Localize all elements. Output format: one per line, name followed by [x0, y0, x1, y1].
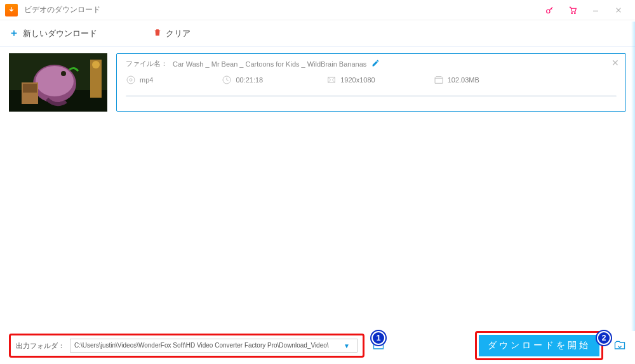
duration-meta: 00:21:18 — [222, 75, 263, 85]
footer-bar: 出力フォルダ： C:\Users\justin\Videos\WonderFox… — [0, 331, 635, 364]
key-icon[interactable] — [538, 0, 561, 20]
svg-point-2 — [574, 12, 575, 13]
output-folder-group: 出力フォルダ： C:\Users\justin\Videos\WonderFox… — [9, 334, 364, 358]
progress-bar — [126, 95, 617, 97]
plus-icon: ＋ — [9, 27, 19, 40]
download-item: ✕ ファイル名： Car Wash _ Mr Bean _ Cartoons f… — [0, 47, 635, 112]
cart-icon[interactable] — [561, 0, 584, 20]
edit-filename-icon[interactable] — [371, 59, 380, 68]
format-meta: mp4 — [126, 75, 153, 85]
svg-point-8 — [61, 71, 66, 76]
new-download-label: 新しいダウンロード — [23, 28, 97, 39]
new-download-button[interactable]: ＋ 新しいダウンロード — [9, 27, 97, 40]
title-bar: ビデオのダウンロード — [0, 0, 635, 20]
filename-value: Car Wash _ Mr Bean _ Cartoons for Kids _… — [173, 60, 366, 68]
output-folder-path[interactable]: C:\Users\justin\Videos\WonderFox Soft\HD… — [70, 339, 358, 353]
filename-label: ファイル名： — [126, 59, 168, 68]
open-output-icon[interactable] — [613, 339, 626, 352]
annotation-badge-2: 2 — [597, 331, 611, 345]
download-card: ✕ ファイル名： Car Wash _ Mr Bean _ Cartoons f… — [116, 53, 626, 112]
start-button-highlight: ダウンロードを開始 — [475, 331, 603, 360]
toolbar: ＋ 新しいダウンロード クリア — [0, 20, 635, 47]
svg-point-0 — [547, 10, 550, 13]
minimize-button[interactable] — [584, 0, 607, 20]
size-meta: 102.03MB — [434, 75, 479, 85]
remove-item-button[interactable]: ✕ — [612, 58, 619, 68]
svg-point-13 — [127, 76, 135, 84]
svg-point-7 — [36, 66, 74, 96]
svg-point-12 — [92, 61, 100, 68]
output-folder-label: 出力フォルダ： — [16, 341, 65, 351]
clear-button[interactable]: クリア — [153, 28, 190, 39]
clear-label: クリア — [166, 28, 190, 39]
resolution-meta: 1920x1080 — [326, 75, 375, 85]
svg-point-1 — [572, 12, 573, 13]
video-thumbnail[interactable] — [9, 53, 107, 112]
svg-point-14 — [130, 79, 132, 81]
svg-rect-10 — [23, 84, 37, 93]
close-button[interactable] — [607, 0, 630, 20]
trash-icon — [153, 28, 162, 39]
window-title: ビデオのダウンロード — [24, 4, 100, 15]
start-download-button[interactable]: ダウンロードを開始 — [479, 335, 599, 356]
app-logo-icon — [5, 4, 18, 16]
annotation-badge-1: 1 — [371, 331, 385, 345]
